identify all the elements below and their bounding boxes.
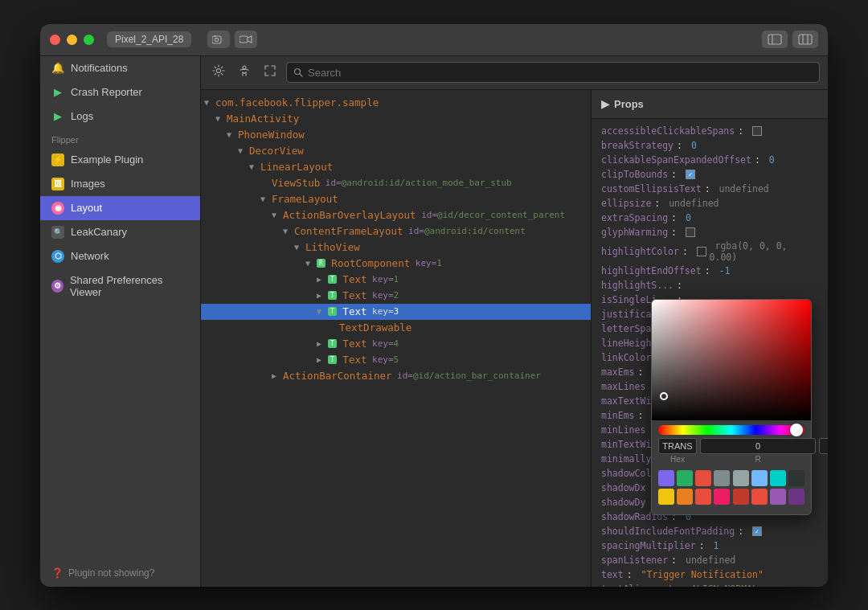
- layout-split-button[interactable]: [792, 31, 818, 48]
- minimize-button[interactable]: [67, 35, 77, 45]
- svg-rect-3: [240, 36, 248, 43]
- table-row[interactable]: ▼ LinearLayout: [201, 159, 591, 175]
- prop-value: 0: [769, 154, 775, 166]
- device-label: Pixel_2_API_28: [107, 31, 191, 47]
- sidebar-item-crash-reporter[interactable]: ▶ Crash Reporter: [40, 80, 200, 104]
- prop-value: undefined: [686, 555, 735, 566]
- flipper-section-label: Flipper: [40, 129, 200, 148]
- accessibility-icon-button[interactable]: [235, 61, 254, 84]
- table-row[interactable]: TextDrawable: [201, 320, 591, 336]
- tree-panel[interactable]: ▼ com.facebook.flipper.sample ▼ MainActi…: [201, 90, 591, 587]
- gear-icon-button[interactable]: [209, 61, 228, 84]
- table-row[interactable]: ▶ T Text key= 5: [201, 352, 591, 368]
- sidebar-item-label: Example Plugin: [71, 154, 143, 166]
- r-label: R: [755, 455, 760, 464]
- swatch[interactable]: [695, 489, 711, 505]
- swatch[interactable]: [751, 489, 768, 505]
- table-row[interactable]: ▼ com.facebook.flipper.sample: [201, 95, 591, 111]
- search-bar[interactable]: [286, 62, 820, 83]
- color-gradient[interactable]: [652, 300, 811, 420]
- swatch[interactable]: [658, 489, 674, 505]
- table-row[interactable]: ▼ DecorView: [201, 143, 591, 159]
- maximize-button[interactable]: [84, 35, 94, 45]
- tree-node-tag: Text: [337, 338, 367, 350]
- color-picker-handle[interactable]: [660, 392, 668, 400]
- color-swatch[interactable]: [697, 247, 706, 256]
- sidebar-item-layout[interactable]: ◉ Layout: [40, 196, 200, 220]
- table-row[interactable]: ▼ LithoView: [201, 239, 591, 256]
- layout-icon: ◉: [51, 202, 64, 215]
- prop-value: rgba(0, 0, 0, 0.00): [710, 240, 818, 263]
- prop-checkbox-checked[interactable]: ✓: [686, 170, 695, 179]
- prop-checkbox-checked[interactable]: ✓: [752, 526, 762, 536]
- swatch[interactable]: [677, 489, 693, 505]
- swatch[interactable]: [733, 489, 749, 505]
- swatch[interactable]: [770, 489, 786, 505]
- hue-handle[interactable]: [790, 424, 803, 436]
- tree-arrow: [328, 323, 339, 332]
- table-row[interactable]: ▼ MainActivity: [201, 111, 591, 127]
- prop-name: highlightEndOffset: [601, 265, 702, 276]
- prop-checkbox[interactable]: [686, 227, 695, 237]
- prop-row: text : "Trigger Notification": [592, 567, 828, 582]
- table-row[interactable]: ▶ T Text key= 1: [201, 272, 591, 288]
- sidebar-item-label: Layout: [71, 202, 102, 214]
- network-icon: ⬡: [51, 250, 64, 263]
- table-row[interactable]: ▶ T Text key= 2: [201, 288, 591, 304]
- prop-name: shadowDy: [601, 497, 645, 508]
- prop-checkbox[interactable]: [752, 126, 762, 136]
- prop-name: text: [601, 569, 624, 580]
- swatch[interactable]: [714, 489, 730, 505]
- close-button[interactable]: [50, 35, 60, 45]
- sidebar-item-example-plugin[interactable]: ⚡ Example Plugin: [40, 148, 200, 172]
- svg-point-1: [215, 38, 219, 41]
- prop-row: extraSpacing : 0: [592, 211, 828, 225]
- swatch[interactable]: [751, 470, 768, 486]
- search-input[interactable]: [308, 67, 813, 79]
- svg-point-11: [295, 69, 301, 75]
- swatch[interactable]: [714, 470, 730, 486]
- table-row[interactable]: ▼ ContentFrameLayout id= @android:id/con…: [201, 223, 591, 239]
- tree-node-tag: PhoneWindow: [238, 129, 305, 141]
- sidebar-item-shared-prefs[interactable]: ⚙ Shared Preferences Viewer: [40, 268, 200, 304]
- component-icon: T: [328, 275, 337, 284]
- table-row[interactable]: ▼ PhoneWindow: [201, 127, 591, 143]
- sidebar-item-label: LeakCanary: [71, 226, 127, 238]
- plugin-not-showing-link[interactable]: ❓ Plugin not showing?: [40, 559, 200, 587]
- g-input[interactable]: [819, 438, 828, 454]
- camera-icon-button[interactable]: [207, 31, 230, 48]
- prop-row: clickableSpanExpandedOffset : 0: [592, 153, 828, 167]
- trans-input[interactable]: [658, 438, 697, 454]
- sidebar-item-network[interactable]: ⬡ Network: [40, 244, 200, 268]
- sidebar-item-leak-canary[interactable]: 🔍 LeakCanary: [40, 220, 200, 244]
- prop-row: spanListener : undefined: [592, 553, 828, 567]
- table-row[interactable]: ▼ ActionBarOverlayLayout id= @id/decor_c…: [201, 207, 591, 223]
- swatch[interactable]: [788, 470, 805, 486]
- layout-single-button[interactable]: [762, 31, 788, 48]
- plugin-link-label: Plugin not showing?: [68, 567, 154, 579]
- table-row[interactable]: ▶ T Text key= 4: [201, 336, 591, 352]
- sidebar-item-notifications[interactable]: 🔔 Notifications: [40, 56, 200, 80]
- sidebar-item-images[interactable]: 🖼 Images: [40, 172, 200, 196]
- swatch[interactable]: [658, 470, 674, 486]
- tree-node-tag: FrameLayout: [272, 193, 338, 205]
- swatch[interactable]: [695, 470, 711, 486]
- r-input[interactable]: [700, 438, 816, 454]
- expand-icon-button[interactable]: [260, 61, 280, 84]
- table-row[interactable]: ▼ FrameLayout: [201, 191, 591, 207]
- prop-name: breakStrategy: [601, 140, 674, 151]
- swatch[interactable]: [788, 489, 805, 505]
- table-row[interactable]: ▶ ActionBarContainer id= @id/action_bar_…: [201, 368, 591, 384]
- table-row-selected[interactable]: ▼ T Text key= 3: [201, 304, 591, 320]
- table-row[interactable]: ViewStub id= @android:id/action_mode_bar…: [201, 175, 591, 191]
- video-icon-button[interactable]: [235, 31, 257, 48]
- sidebar-item-logs[interactable]: ▶ Logs: [40, 104, 200, 129]
- table-row[interactable]: ▼ R RootComponent key= 1: [201, 256, 591, 272]
- swatch[interactable]: [770, 470, 786, 486]
- prop-row: customEllipsisText : undefined: [592, 182, 828, 196]
- prop-row: highlightColor : rgba(0, 0, 0, 0.00): [592, 239, 828, 264]
- swatch[interactable]: [733, 470, 749, 486]
- example-plugin-icon: ⚡: [51, 154, 64, 166]
- swatch[interactable]: [677, 470, 693, 486]
- color-hue-bar[interactable]: [658, 425, 805, 435]
